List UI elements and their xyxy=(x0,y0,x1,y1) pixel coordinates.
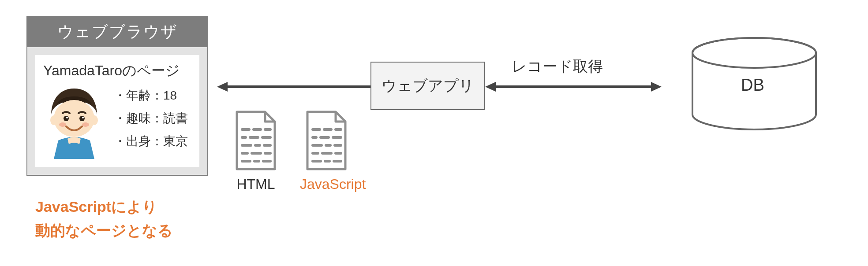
document-icon xyxy=(232,110,280,172)
svg-point-1 xyxy=(50,115,57,125)
age-label: ・年齢： xyxy=(114,89,163,102)
svg-point-4 xyxy=(79,116,85,121)
profile-row: ・年齢：18 ・趣味：読書 ・出身：東京 xyxy=(43,84,191,159)
dynamic-page-caption: JavaScriptにより 動的なページとなる xyxy=(35,195,173,243)
svg-marker-13 xyxy=(651,82,662,92)
svg-point-8 xyxy=(82,122,89,127)
svg-point-5 xyxy=(66,117,68,118)
profile-list: ・年齢：18 ・趣味：読書 ・出身：東京 xyxy=(114,84,188,152)
hobby-label: ・趣味： xyxy=(114,111,163,125)
hobby-value: 読書 xyxy=(163,111,188,125)
svg-point-2 xyxy=(91,115,98,125)
svg-marker-12 xyxy=(485,82,496,92)
db-label: DB xyxy=(741,76,764,95)
caption-line-2: 動的なページとなる xyxy=(35,218,173,242)
document-icon xyxy=(302,110,351,172)
webapp-box: ウェブアプリ xyxy=(370,62,485,110)
javascript-file: JavaScript xyxy=(300,110,353,192)
profile-origin: ・出身：東京 xyxy=(114,130,188,153)
arrow-bidirectional-icon xyxy=(485,80,662,93)
age-value: 18 xyxy=(163,89,177,102)
webapp-label: ウェブアプリ xyxy=(382,76,474,96)
origin-label: ・出身： xyxy=(114,134,163,148)
svg-point-3 xyxy=(64,116,69,121)
svg-marker-10 xyxy=(217,82,228,92)
boy-avatar-icon xyxy=(43,84,105,159)
record-fetch-label: レコード取得 xyxy=(512,56,603,77)
page-title: YamadaTaroのページ xyxy=(43,61,191,81)
diagram-stage: ウェブブラウザ YamadaTaroのページ xyxy=(0,0,868,266)
svg-point-0 xyxy=(54,100,94,137)
svg-point-7 xyxy=(59,122,66,127)
javascript-file-label: JavaScript xyxy=(300,176,353,192)
web-browser-window: ウェブブラウザ YamadaTaroのページ xyxy=(26,16,208,176)
html-file-label: HTML xyxy=(229,176,282,192)
origin-value: 東京 xyxy=(163,134,188,148)
browser-title: ウェブブラウザ xyxy=(27,17,207,47)
svg-point-6 xyxy=(82,117,84,118)
arrow-left-icon xyxy=(217,80,370,93)
html-file: HTML xyxy=(229,110,282,192)
browser-content: YamadaTaroのページ xyxy=(35,55,199,167)
profile-hobby: ・趣味：読書 xyxy=(114,107,188,130)
profile-age: ・年齢：18 xyxy=(114,84,188,107)
caption-line-1: JavaScriptにより xyxy=(35,195,173,218)
